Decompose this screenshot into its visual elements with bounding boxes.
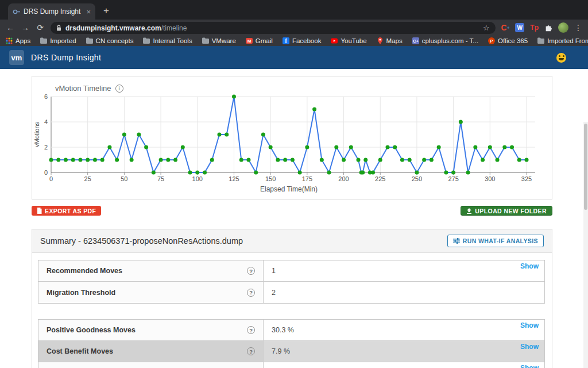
reload-icon[interactable]: ⟳ [36,23,45,32]
data-point[interactable] [349,145,353,150]
data-point[interactable] [385,145,389,150]
show-link[interactable]: Show [520,343,539,351]
data-point[interactable] [246,158,250,162]
data-point[interactable] [517,158,521,162]
show-link[interactable]: Show [520,262,539,270]
help-icon[interactable]: ? [247,347,255,355]
bookmark-youtube[interactable]: YouTube [331,37,366,44]
data-point[interactable] [86,158,90,162]
data-point[interactable] [298,171,302,175]
forward-icon[interactable]: → [21,23,30,32]
bookmark-cplusplus[interactable]: C+cplusplus.com - T... [412,37,478,44]
upload-new-folder-button[interactable]: UPLOAD NEW FOLDER [461,206,552,216]
data-point[interactable] [502,145,506,150]
address-bar[interactable]: drsdumpinsight.vmware.com/timeline ☆ [51,22,496,34]
data-point[interactable] [451,171,455,175]
data-point[interactable] [378,158,382,162]
data-point[interactable] [254,171,258,175]
data-point[interactable] [363,158,368,162]
data-point[interactable] [312,108,316,112]
bookmark-imported[interactable]: Imported [40,37,76,44]
bookmark-cn-concepts[interactable]: CN concepts [86,37,134,44]
data-point[interactable] [334,145,338,150]
browser-tab[interactable]: DRS Dump Insight × [8,3,95,20]
scrollbar-thumb[interactable] [584,124,587,210]
back-icon[interactable]: ← [6,23,15,32]
data-point[interactable] [100,158,105,162]
help-icon[interactable]: ? [247,267,255,275]
data-point[interactable] [107,145,111,150]
data-point[interactable] [371,171,375,175]
data-point[interactable] [283,158,287,162]
show-link[interactable]: Show [520,364,539,368]
data-point[interactable] [217,133,221,137]
page-scrollbar[interactable] [583,122,588,368]
new-tab-button[interactable]: + [103,5,109,17]
data-point[interactable] [400,158,404,162]
data-point[interactable] [239,158,243,162]
data-point[interactable] [144,145,148,150]
data-point[interactable] [210,158,214,162]
data-point[interactable] [173,158,177,162]
bookmark-star-icon[interactable]: ☆ [483,24,490,32]
data-point[interactable] [525,158,529,162]
data-point[interactable] [122,133,126,137]
data-point[interactable] [269,145,273,150]
data-point[interactable] [93,158,97,162]
extension-tampermonkey-icon[interactable]: Tp [530,24,539,32]
data-point[interactable] [320,158,324,162]
data-point[interactable] [181,145,185,150]
data-point[interactable] [203,171,207,175]
data-point[interactable] [415,171,419,175]
data-point[interactable] [291,158,295,162]
data-point[interactable] [78,158,82,162]
bookmark-gmail[interactable]: MGmail [246,37,273,44]
bookmark-apps[interactable]: Apps [6,37,30,44]
chart-info-icon[interactable]: i [115,85,123,93]
data-point[interactable] [393,145,397,150]
data-point[interactable] [459,120,463,124]
data-point[interactable] [488,145,492,150]
data-point[interactable] [137,133,141,137]
export-as-pdf-button[interactable]: EXPORT AS PDF [32,206,101,216]
data-point[interactable] [195,171,199,175]
data-point[interactable] [232,95,236,99]
profile-avatar[interactable] [558,22,568,33]
data-point[interactable] [130,158,134,162]
data-point[interactable] [422,158,426,162]
bookmark-facebook[interactable]: fFacebook [283,37,322,44]
bookmark-maps[interactable]: Maps [377,37,403,44]
bookmark-office-365[interactable]: POffice 365 [488,37,528,44]
feedback-smiley-icon[interactable] [556,53,566,63]
data-point[interactable] [152,171,156,175]
data-point[interactable] [473,145,477,150]
data-point[interactable] [327,171,331,175]
bookmark-vmware[interactable]: VMware [202,37,236,44]
data-point[interactable] [481,158,485,162]
data-point[interactable] [115,158,119,162]
data-point[interactable] [466,171,470,175]
tab-close-icon[interactable]: × [86,7,91,16]
data-point[interactable] [261,133,265,137]
data-point[interactable] [408,158,412,162]
run-what-if-analysis-button[interactable]: RUN WHAT-IF ANALYSIS [447,235,544,247]
data-point[interactable] [276,158,280,162]
help-icon[interactable]: ? [247,326,255,334]
data-point[interactable] [166,158,170,162]
data-point[interactable] [357,158,361,162]
help-icon[interactable]: ? [247,289,255,297]
chrome-menu-icon[interactable]: ⋮ [574,23,582,32]
data-point[interactable] [496,158,500,162]
extension-wayback-icon[interactable]: W [515,23,524,32]
data-point[interactable] [225,133,229,137]
data-point[interactable] [361,171,365,175]
data-point[interactable] [71,158,75,162]
data-point[interactable] [49,158,53,162]
data-point[interactable] [56,158,60,162]
bookmark-internal-tools[interactable]: Internal Tools [143,37,192,44]
extensions-puzzle-icon[interactable] [544,24,552,32]
bookmark-imported-from-firefox[interactable]: Imported From Fir... [537,37,588,44]
data-point[interactable] [510,145,514,150]
data-point[interactable] [342,158,346,162]
data-point[interactable] [437,145,441,150]
